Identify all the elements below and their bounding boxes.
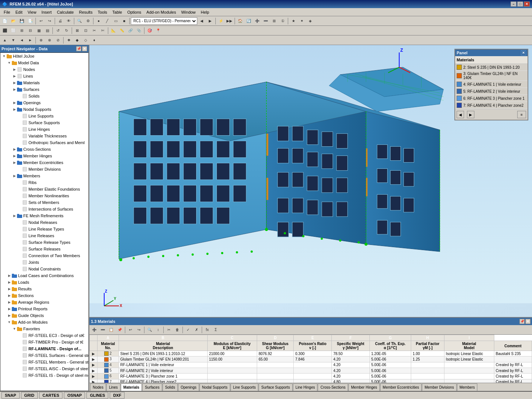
expand-btn-solids[interactable] (17, 94, 22, 98)
disp-btn1[interactable]: ★ (289, 17, 297, 25)
cell-comment[interactable]: Created by RF-L (494, 362, 532, 368)
expand-btn-rf-timber-pro[interactable] (17, 340, 22, 344)
menu-calculate[interactable]: Calculate (55, 9, 76, 15)
expand-btn-member-hinges[interactable]: ▶ (12, 154, 17, 158)
menu-edit[interactable]: Edit (13, 9, 25, 15)
expand-btn-lines[interactable]: ▶ (12, 74, 17, 78)
col-header-e[interactable]: E (294, 335, 332, 341)
tree-item-member-hinges[interactable]: ▶Member Hinges (0, 153, 88, 159)
cell-E[interactable] (207, 374, 257, 379)
dt-del-btn[interactable]: ➖ (99, 326, 107, 334)
expand-btn-nodal-releases[interactable] (17, 220, 22, 225)
t2-btn17[interactable]: 🎯 (146, 27, 154, 35)
cell-gamma[interactable]: 4.20 (332, 368, 370, 374)
surface-btn[interactable]: ▭ (112, 17, 120, 25)
expand-btn-results[interactable]: ▶ (7, 287, 11, 291)
expand-btn-openings[interactable]: ▶ (12, 100, 17, 105)
tree-item-nodes[interactable]: ▶Nodes (0, 66, 88, 73)
t3-btn5[interactable]: ⊕ (37, 36, 45, 44)
col-header-d[interactable]: D (257, 335, 293, 341)
expand-btn-intersections[interactable] (17, 207, 22, 211)
expand-btn-nodes[interactable]: ▶ (12, 67, 17, 72)
tree-item-rf-steel-aisc[interactable]: RF-STEEL AISC - Design of steel... (0, 365, 88, 372)
col-header-a[interactable]: A (97, 335, 119, 341)
tab-surface-supports[interactable]: Surface Supports (259, 383, 292, 391)
t3-btn8[interactable]: ❖ (65, 36, 73, 44)
tree-item-member-divisions[interactable]: Member Divisions (0, 166, 88, 173)
tree-item-variable-thicknesses[interactable]: Variable Thicknesses (0, 133, 88, 139)
expand-btn-ribs[interactable] (17, 180, 22, 185)
dt-paste-btn[interactable]: 📌 (116, 326, 124, 334)
expand-btn-surface-releases[interactable] (17, 247, 22, 251)
expand-btn-connection-two-members[interactable] (17, 253, 22, 258)
material-row-6[interactable]: 6: RF-LAMINATE 3 | Plancher zone 1 (455, 95, 528, 102)
cell-alpha[interactable]: 5.00E-06 (369, 374, 411, 379)
expand-btn-rf-steel-surfaces[interactable] (17, 353, 22, 358)
dt-formula-btn[interactable]: fx (203, 326, 211, 334)
dt-add-btn[interactable]: ➕ (90, 326, 98, 334)
snap-btn[interactable]: SNAP (1, 392, 20, 399)
tree-item-line-supports[interactable]: Line Supports (0, 113, 88, 119)
cell-v[interactable] (294, 379, 332, 383)
menu-results[interactable]: Results (77, 9, 95, 15)
tree-item-favorites[interactable]: ▼Favorites (0, 325, 88, 332)
cell-v[interactable]: 0.300 (294, 351, 332, 357)
cell-mat-no[interactable]: 6 (97, 374, 119, 379)
tree-item-rf-steel-members[interactable]: RF-STEEL Members - General st... (0, 359, 88, 365)
expand-btn-surface-release-types[interactable] (17, 240, 22, 245)
tree-item-line-release-types[interactable]: Line Release Types (0, 226, 88, 232)
expand-btn-rf-steel-ec3[interactable] (17, 333, 22, 338)
tree-item-rf-steel-ec3[interactable]: RF-STEEL EC3 - Design of st€ (0, 332, 88, 339)
table-row[interactable]: ▶5RF-LAMINATE 2 | Voile interieur4.205.0… (90, 368, 532, 374)
cell-desc[interactable]: RF-LAMINATE 2 | Voile interieur (119, 368, 207, 374)
t2-btn5[interactable]: ▦ (35, 27, 43, 35)
expand-btn-rf-steel-aisc[interactable] (17, 366, 22, 371)
expand-btn-average-regions[interactable]: ▶ (7, 300, 11, 304)
material-row-7[interactable]: 7: RF-LAMINATE 4 | Plancher zone2 (455, 102, 528, 109)
cell-mat-no[interactable]: 5 (97, 368, 119, 374)
tree-item-intersections[interactable]: Intersections of Surfaces (0, 206, 88, 212)
node-btn[interactable]: ● (95, 17, 103, 25)
new-btn[interactable]: 📄 (1, 17, 9, 25)
tree-item-printout-reports[interactable]: ▶Printout Reports (0, 306, 88, 312)
t2-btn15[interactable]: 🔗 (126, 27, 134, 35)
expand-btn-sets-of-members[interactable] (17, 200, 22, 205)
tree-item-sets-of-members[interactable]: Sets of Members (0, 199, 88, 206)
cell-model[interactable] (444, 374, 494, 379)
cell-desc[interactable]: Glulam Timber GL24h | NF EN 14080:201 (119, 357, 207, 362)
t2-btn6[interactable]: ▤ (43, 27, 51, 35)
cell-gamma[interactable]: 4.80 (332, 379, 370, 383)
cell-v[interactable] (294, 374, 332, 379)
table-row[interactable]: ▶2Steel S 235 | DIN EN 1993-1:1:2010-122… (90, 351, 532, 357)
material-row-3[interactable]: 3: Glulam Timber GL24h | NF EN 140€ (455, 71, 528, 81)
cell-E[interactable]: 1150.00 (207, 357, 257, 362)
t3-btn7[interactable]: ⊘ (54, 36, 62, 44)
col-header-h[interactable]: H (411, 335, 444, 341)
view-btn5[interactable]: ⊞ (270, 17, 278, 25)
tab-openings[interactable]: Openings (178, 383, 199, 391)
cell-mat-no[interactable]: 3 (97, 357, 119, 362)
dt-undo-btn[interactable]: ↩ (126, 326, 134, 334)
preview-btn[interactable]: 👁 (65, 17, 73, 25)
t2-btn10[interactable]: ⊡ (82, 27, 90, 35)
solid-btn[interactable]: ■ (120, 17, 128, 25)
expand-btn-guide-objects[interactable]: ▶ (7, 313, 11, 318)
t2-btn3[interactable]: ⊞ (18, 27, 26, 35)
material-row-5[interactable]: 5: RF-LAMINATE 2 | Voile interieur (455, 88, 528, 95)
load-combo[interactable]: RC1 - ELU (STR/GEO) - Permanent / trar (131, 17, 197, 25)
tree-item-average-regions[interactable]: ▶Average Regions (0, 299, 88, 306)
expand-btn-add-on-modules[interactable]: ▼ (7, 320, 11, 324)
cell-v[interactable] (294, 368, 332, 374)
cell-G[interactable] (257, 374, 293, 379)
undo-btn[interactable]: ↩ (37, 17, 45, 25)
tab-nodal-supports[interactable]: Nodal Supports (200, 383, 230, 391)
cell-partial[interactable] (411, 374, 444, 379)
nav-pin-btn[interactable]: 📌 (76, 46, 81, 51)
expand-btn-printout-reports[interactable]: ▶ (7, 307, 11, 311)
expand-btn-materials[interactable]: ▶ (12, 81, 17, 85)
t2-btn4[interactable]: ⊟ (26, 27, 34, 35)
filter-btn[interactable]: ≡ (517, 111, 526, 118)
minimize-button[interactable]: – (511, 1, 516, 7)
tree-item-nodal-releases[interactable]: Nodal Releases (0, 219, 88, 226)
menu-tools[interactable]: Tools (95, 9, 109, 15)
